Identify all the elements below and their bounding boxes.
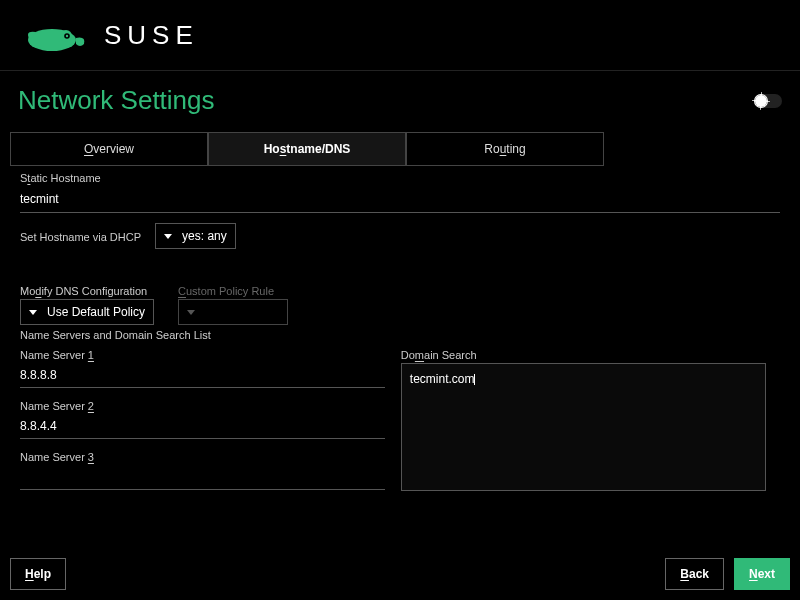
brand-title: SUSE bbox=[104, 20, 199, 51]
dns-policy-value: Use Default Policy bbox=[47, 305, 145, 319]
ns3-input[interactable] bbox=[20, 465, 385, 490]
text-cursor bbox=[474, 374, 475, 385]
static-hostname-label: Static Hostname bbox=[20, 172, 790, 184]
tab-hostname-dns[interactable]: Hostname/DNS bbox=[208, 132, 406, 166]
domain-search-label: Domain Search bbox=[401, 349, 766, 361]
chevron-down-icon bbox=[187, 310, 195, 315]
ns2-label: Name Server 2 bbox=[20, 400, 385, 412]
dhcp-hostname-label: Set Hostname via DHCP bbox=[20, 231, 141, 249]
domain-search-input[interactable]: tecmint.com bbox=[401, 363, 766, 491]
ns1-label: Name Server 1 bbox=[20, 349, 385, 361]
sun-icon bbox=[755, 95, 767, 107]
back-button[interactable]: Back bbox=[665, 558, 724, 590]
theme-toggle[interactable] bbox=[754, 94, 782, 108]
ns3-label: Name Server 3 bbox=[20, 451, 385, 463]
next-button[interactable]: Next bbox=[734, 558, 790, 590]
page-title: Network Settings bbox=[18, 85, 215, 116]
custom-policy-select bbox=[178, 299, 288, 325]
modify-dns-label: Modify DNS Configuration bbox=[20, 285, 154, 297]
help-button[interactable]: Help bbox=[10, 558, 66, 590]
suse-logo-icon bbox=[22, 18, 92, 52]
custom-policy-label: Custom Policy Rule bbox=[178, 285, 288, 297]
app-header: SUSE bbox=[0, 0, 800, 70]
ns1-input[interactable] bbox=[20, 363, 385, 388]
dhcp-hostname-select[interactable]: yes: any bbox=[155, 223, 236, 249]
tab-routing[interactable]: Routing bbox=[406, 132, 604, 166]
dns-policy-select[interactable]: Use Default Policy bbox=[20, 299, 154, 325]
chevron-down-icon bbox=[164, 234, 172, 239]
svg-point-3 bbox=[66, 35, 68, 37]
ns2-input[interactable] bbox=[20, 414, 385, 439]
static-hostname-input[interactable] bbox=[20, 186, 780, 213]
dhcp-hostname-value: yes: any bbox=[182, 229, 227, 243]
footer-bar: Help Back Next bbox=[10, 558, 790, 590]
tab-bar: Overview Hostname/DNS Routing bbox=[10, 132, 790, 166]
name-servers-heading: Name Servers and Domain Search List bbox=[20, 329, 790, 341]
tab-overview[interactable]: Overview bbox=[10, 132, 208, 166]
chevron-down-icon bbox=[29, 310, 37, 315]
